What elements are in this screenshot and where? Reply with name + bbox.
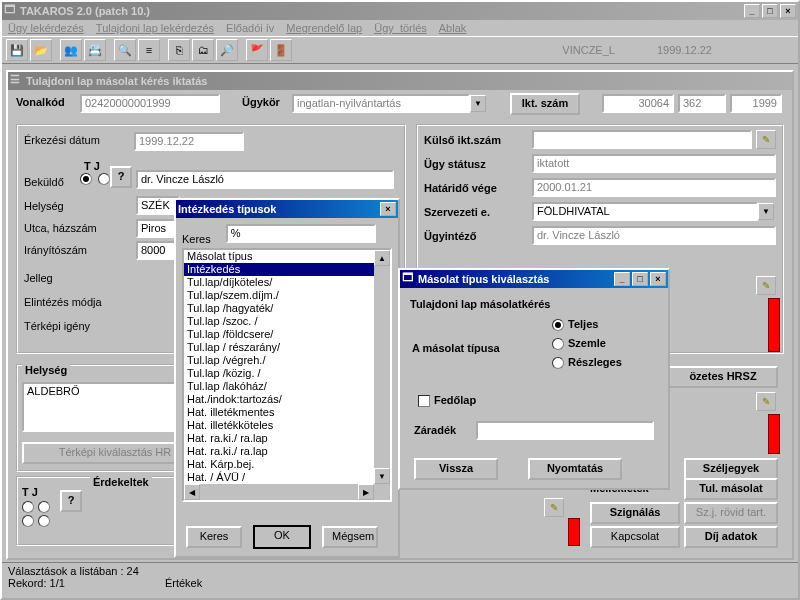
vissza-button[interactable]: Vissza bbox=[414, 458, 498, 480]
erkezesi-field[interactable]: 1999.12.22 bbox=[134, 132, 244, 151]
minimize-button[interactable]: _ bbox=[744, 4, 760, 18]
tool-list-icon[interactable]: ≡ bbox=[138, 39, 160, 61]
intezkedes-listbox[interactable]: Másolat típusIntézkedésTul.lap/díjkötele… bbox=[182, 248, 392, 502]
list-item[interactable]: Tul.lap /lakóház/ bbox=[184, 380, 390, 393]
list-item[interactable]: Hat. illetékmentes bbox=[184, 406, 390, 419]
radio2-j[interactable] bbox=[38, 501, 50, 513]
popup1-close-icon[interactable]: × bbox=[380, 202, 396, 216]
list-item[interactable]: Tul.lap /szoc. / bbox=[184, 315, 390, 328]
tool-copy-icon[interactable]: ⎘ bbox=[168, 39, 190, 61]
tool-save-icon[interactable]: 💾 bbox=[6, 39, 28, 61]
tulmasolat-button[interactable]: Tul. másolat bbox=[684, 478, 778, 500]
help2-button[interactable]: ? bbox=[60, 490, 82, 512]
list-item[interactable]: Tul.lap /végreh./ bbox=[184, 354, 390, 367]
menu-ablak[interactable]: Ablak bbox=[439, 22, 467, 34]
status-label: Ügy státusz bbox=[424, 158, 486, 170]
radio3-t[interactable] bbox=[22, 515, 34, 527]
popup1-title: Intézkedés típusok bbox=[178, 203, 276, 215]
terkepi-label: Térképi igény bbox=[24, 320, 90, 332]
list-item[interactable]: Tul.lap /földcsere/ bbox=[184, 328, 390, 341]
kulso-field[interactable] bbox=[532, 130, 752, 149]
list-item[interactable]: Tul.lap / részarány/ bbox=[184, 341, 390, 354]
list-hscrollbar[interactable]: ◀ ▶ bbox=[184, 484, 374, 500]
szerv-field[interactable]: FÖLDHIVATAL bbox=[532, 202, 758, 221]
tool-search-icon[interactable]: 🔍 bbox=[114, 39, 136, 61]
close-button[interactable]: × bbox=[780, 4, 796, 18]
kapcsolat-button[interactable]: Kapcsolat bbox=[590, 526, 680, 548]
radio-szemle[interactable]: Szemle bbox=[552, 337, 622, 350]
keres-field[interactable]: % bbox=[226, 224, 376, 243]
szignalas-button[interactable]: Szignálás bbox=[590, 502, 680, 524]
list-item[interactable]: Tul.lap /hagyaték/ bbox=[184, 302, 390, 315]
szerv-dropdown-icon[interactable]: ▼ bbox=[758, 203, 774, 220]
list-scrollbar[interactable]: ▲ ▼ bbox=[374, 250, 390, 500]
radio2-t[interactable] bbox=[22, 501, 34, 513]
menu-megrendelo[interactable]: Megrendelő lap bbox=[286, 22, 362, 34]
scroll-down-icon[interactable]: ▼ bbox=[374, 468, 390, 484]
edit2-icon[interactable]: ✎ bbox=[756, 276, 776, 295]
popup1-keres-button[interactable]: Keres bbox=[186, 526, 242, 548]
popup2-min-icon[interactable]: _ bbox=[614, 272, 630, 286]
ugykor-dropdown-icon[interactable]: ▼ bbox=[470, 95, 486, 112]
tool-flag-icon[interactable]: 🚩 bbox=[246, 39, 268, 61]
popup2-heading: Tulajdoni lap másolatkérés bbox=[410, 298, 658, 310]
doc-titlebar: ☰ Tulajdoni lap másolat kérés iktatás bbox=[8, 72, 792, 90]
scroll-up-icon[interactable]: ▲ bbox=[374, 250, 390, 266]
iktszam-button[interactable]: Ikt. szám bbox=[510, 93, 580, 115]
menu-ugytorles[interactable]: Ügy_törlés bbox=[374, 22, 427, 34]
tool-find-icon[interactable]: 🔎 bbox=[216, 39, 238, 61]
edit3-icon[interactable]: ✎ bbox=[756, 392, 776, 411]
list-item[interactable]: Tul.lap/szem.díjm./ bbox=[184, 289, 390, 302]
tool-folder2-icon[interactable]: 🗂 bbox=[192, 39, 214, 61]
app-title: TAKAROS 2.0 (patch 10.) bbox=[20, 5, 150, 17]
ugyint-label: Ügyintéző bbox=[424, 230, 477, 242]
list-item[interactable]: Hat. Kárp.bej. bbox=[184, 458, 390, 471]
nyomtatas-button[interactable]: Nyomtatás bbox=[528, 458, 622, 480]
scroll-right-icon[interactable]: ▶ bbox=[358, 484, 374, 500]
tool-exit-icon[interactable]: 🚪 bbox=[270, 39, 292, 61]
menu-eloadoi[interactable]: Előadói ív bbox=[226, 22, 274, 34]
list-item[interactable]: Hat. ra.ki./ ra.lap bbox=[184, 445, 390, 458]
list-item[interactable]: Tul.lap /közig. / bbox=[184, 367, 390, 380]
szjrovid-button[interactable]: Sz.j. rövid tart. bbox=[684, 502, 778, 524]
list-item[interactable]: Tul.lap/díjköteles/ bbox=[184, 276, 390, 289]
edit-mellek-icon[interactable]: ✎ bbox=[544, 498, 564, 517]
szeljegyek-button[interactable]: Széljegyek bbox=[684, 458, 778, 480]
zaradek-field[interactable] bbox=[476, 421, 654, 440]
list-item[interactable]: Másolat típus bbox=[184, 250, 390, 263]
menu-ugy-lekerdezes[interactable]: Ügy lekérdezés bbox=[8, 22, 84, 34]
dijadatok-button[interactable]: Díj adatok bbox=[684, 526, 778, 548]
radio-reszleges[interactable]: Részleges bbox=[552, 356, 622, 369]
vonalkod-field[interactable]: 02420000001999 bbox=[80, 94, 220, 113]
scroll-left-icon[interactable]: ◀ bbox=[184, 484, 200, 500]
helyseg2-label: Helység bbox=[22, 364, 70, 376]
radio3-j[interactable] bbox=[38, 515, 50, 527]
list-item[interactable]: Hat. / ÁVÜ / bbox=[184, 471, 390, 484]
bekuldo-field[interactable]: dr. Vincze László bbox=[136, 170, 394, 189]
tool-users-icon[interactable]: 👥 bbox=[60, 39, 82, 61]
keres-label: Keres bbox=[182, 233, 211, 245]
popup2-close-icon[interactable]: × bbox=[650, 272, 666, 286]
tool-card-icon[interactable]: 📇 bbox=[84, 39, 106, 61]
maximize-button[interactable]: □ bbox=[762, 4, 778, 18]
list-item[interactable]: Intézkedés bbox=[184, 263, 390, 276]
ikt2-field: 362 bbox=[678, 94, 726, 113]
list-item[interactable]: Hat. ra.ki./ ra.lap bbox=[184, 432, 390, 445]
fedolap-checkbox[interactable]: Fedőlap bbox=[418, 394, 476, 407]
radio-j[interactable] bbox=[98, 173, 110, 185]
popup2-max-icon[interactable]: □ bbox=[632, 272, 648, 286]
ugykor-label: Ügykör bbox=[242, 96, 280, 108]
menu-tulajdoni[interactable]: Tulajdoni lap lekérdezés bbox=[96, 22, 214, 34]
popup1-ok-button[interactable]: OK bbox=[254, 526, 310, 548]
radio-teljes[interactable]: Teljes bbox=[552, 318, 622, 331]
red-indicator-1 bbox=[768, 298, 780, 352]
list-item[interactable]: Hat./indok:tartozás/ bbox=[184, 393, 390, 406]
tool-folder-icon[interactable]: 📂 bbox=[30, 39, 52, 61]
ugykor-field[interactable]: ingatlan-nyilvántartás bbox=[292, 94, 470, 113]
radio-t[interactable] bbox=[80, 173, 92, 185]
elozetes-hrsz-button[interactable]: özetes HRSZ bbox=[668, 366, 778, 388]
help-button[interactable]: ? bbox=[110, 166, 132, 188]
list-item[interactable]: Hat. illetékköteles bbox=[184, 419, 390, 432]
kulso-edit-icon[interactable]: ✎ bbox=[756, 130, 776, 149]
popup1-megsem-button[interactable]: Mégsem bbox=[322, 526, 378, 548]
